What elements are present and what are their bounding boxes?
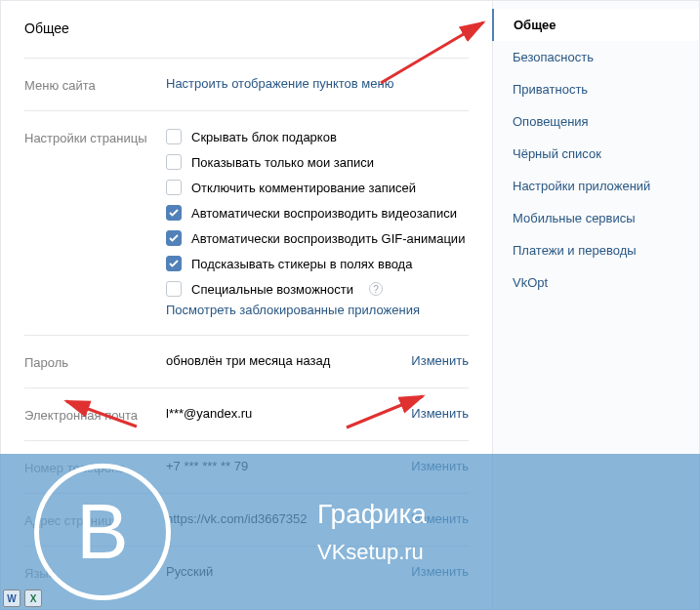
password-value: обновлён три месяца назад — [166, 353, 400, 368]
address-row: Адрес страницы https://vk.com/id3667352 … — [24, 493, 469, 546]
address-change-link[interactable]: Изменить — [411, 511, 469, 526]
sidebar-item-8[interactable]: VkOpt — [493, 266, 699, 299]
phone-row: Номер телефона +7 *** *** ** 79 Изменить — [24, 440, 469, 493]
checkbox-icon[interactable] — [166, 256, 182, 271]
sidebar-item-1[interactable]: Безопасность — [493, 41, 699, 73]
checkbox-icon[interactable] — [166, 205, 182, 221]
email-value: l***@yandex.ru — [166, 406, 400, 421]
menu-row: Меню сайта Настроить отображение пунктов… — [24, 58, 469, 110]
sidebar-item-4[interactable]: Чёрный список — [493, 138, 699, 170]
checkbox-option-5[interactable]: Подсказывать стикеры в полях ввода — [166, 256, 469, 271]
password-label: Пароль — [24, 353, 166, 370]
checkbox-label: Скрывать блок подарков — [191, 130, 337, 144]
checkbox-option-2[interactable]: Отключить комментирование записей — [166, 180, 469, 195]
help-icon[interactable]: ? — [369, 282, 383, 296]
taskbar-icons: W X — [3, 590, 42, 607]
checkbox-icon[interactable] — [166, 281, 182, 297]
checkbox-option-0[interactable]: Скрывать блок подарков — [166, 129, 469, 144]
email-row: Электронная почта l***@yandex.ru Изменит… — [24, 387, 469, 440]
sidebar-item-7[interactable]: Платежи и переводы — [493, 234, 699, 266]
checkbox-option-4[interactable]: Автоматически воспроизводить GIF-анимаци… — [166, 230, 469, 246]
sidebar-item-5[interactable]: Настройки приложений — [493, 170, 699, 202]
email-label: Электронная почта — [24, 406, 166, 423]
checkbox-option-1[interactable]: Показывать только мои записи — [166, 154, 469, 170]
password-change-link[interactable]: Изменить — [411, 353, 469, 368]
address-value: https://vk.com/id3667352 — [166, 511, 400, 526]
settings-sidebar: ОбщееБезопасностьПриватностьОповещенияЧё… — [492, 1, 699, 609]
email-change-link[interactable]: Изменить — [411, 406, 469, 421]
checkbox-label: Специальные возможности — [191, 282, 353, 297]
language-change-link[interactable]: Изменить — [411, 564, 469, 579]
phone-value: +7 *** *** ** 79 — [166, 459, 400, 473]
password-row: Пароль обновлён три месяца назад Изменит… — [24, 335, 469, 387]
address-label: Адрес страницы — [24, 511, 166, 528]
sidebar-item-6[interactable]: Мобильные сервисы — [493, 202, 699, 234]
checkbox-label: Подсказывать стикеры в полях ввода — [191, 257, 412, 271]
checkbox-label: Показывать только мои записи — [191, 155, 374, 170]
menu-label: Меню сайта — [24, 76, 166, 93]
page-title: Общее — [24, 20, 469, 36]
page-settings-label: Настройки страницы — [24, 129, 166, 145]
checkbox-option-3[interactable]: Автоматически воспроизводить видеозаписи — [166, 205, 469, 221]
word-icon: W — [3, 590, 21, 607]
sidebar-item-2[interactable]: Приватность — [493, 73, 699, 105]
blocked-apps-link[interactable]: Посмотреть заблокированные приложения — [166, 303, 420, 317]
checkbox-option-6[interactable]: Специальные возможности? — [166, 281, 469, 297]
sidebar-item-0[interactable]: Общее — [492, 9, 699, 41]
language-row: Язык Русский Изменить — [24, 546, 469, 598]
phone-change-link[interactable]: Изменить — [411, 459, 469, 473]
page-settings-row: Настройки страницы Скрывать блок подарко… — [24, 110, 469, 335]
language-label: Язык — [24, 564, 166, 581]
phone-label: Номер телефона — [24, 459, 166, 475]
menu-configure-link[interactable]: Настроить отображение пунктов меню — [166, 76, 393, 91]
checkbox-icon[interactable] — [166, 129, 182, 144]
checkbox-icon[interactable] — [166, 180, 182, 195]
checkbox-label: Автоматически воспроизводить GIF-анимаци… — [191, 231, 465, 246]
excel-icon: X — [24, 590, 42, 607]
checkbox-icon[interactable] — [166, 230, 182, 246]
checkbox-icon[interactable] — [166, 154, 182, 170]
checkbox-label: Отключить комментирование записей — [191, 181, 416, 195]
sidebar-item-3[interactable]: Оповещения — [493, 105, 699, 138]
language-value: Русский — [166, 564, 400, 579]
checkbox-label: Автоматически воспроизводить видеозаписи — [191, 206, 457, 221]
